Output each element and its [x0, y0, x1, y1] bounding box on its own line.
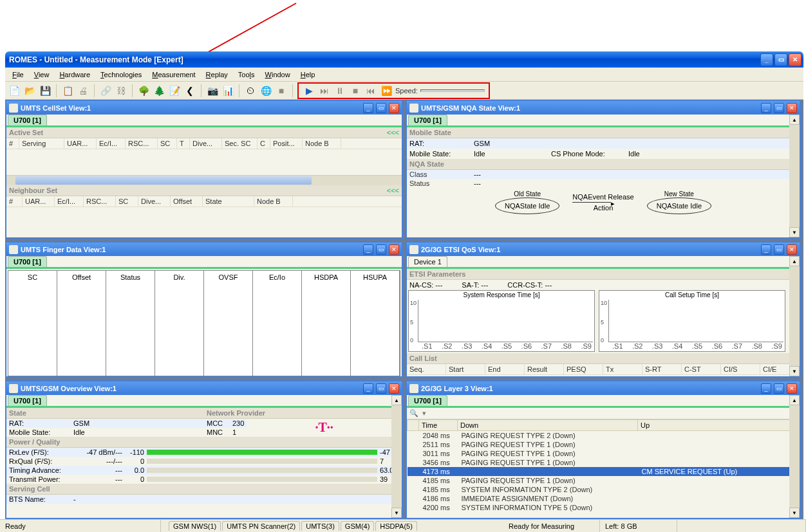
column-header[interactable]: Ec/Io	[253, 271, 302, 376]
tab-u700[interactable]: U700 [1]	[408, 115, 447, 125]
menu-tools[interactable]: Tools	[234, 69, 259, 80]
column-header[interactable]: HSUPA	[351, 271, 400, 376]
column-header[interactable]: SC	[158, 138, 177, 149]
ff-icon[interactable]: ⏩	[380, 84, 393, 97]
close-button[interactable]: ✕	[389, 244, 399, 255]
column-header[interactable]: OVSF	[204, 271, 253, 376]
scroll-down-icon[interactable]: ▼	[391, 508, 402, 518]
table-row[interactable]: 2048 msPAGING REQUEST TYPE 2 (Down)	[408, 431, 800, 441]
chart-icon[interactable]: 📊	[221, 84, 234, 97]
status-tab[interactable]: UMTS(3)	[301, 521, 339, 531]
column-header[interactable]: C	[258, 138, 270, 149]
scroll-down-icon[interactable]: ▼	[789, 508, 800, 518]
maximize-button[interactable]: ▭	[774, 383, 784, 394]
maximize-button[interactable]: ▭	[774, 103, 784, 113]
step-icon[interactable]: ⏭	[318, 84, 331, 97]
menu-measurement[interactable]: Measurement	[147, 69, 200, 80]
collapse-button[interactable]: <<<	[387, 187, 399, 194]
status-tab[interactable]: GSM(4)	[341, 521, 375, 531]
maximize-button[interactable]: ▭	[774, 244, 784, 255]
globe-icon[interactable]: 🌐	[259, 84, 272, 97]
column-header[interactable]: Div.	[155, 271, 204, 376]
scroll-up-icon[interactable]: ▲	[789, 256, 800, 266]
column-header[interactable]: Seq.	[407, 364, 446, 374]
close-button[interactable]: ✕	[389, 103, 399, 113]
share-icon[interactable]: ❮	[183, 84, 196, 97]
speed-slider[interactable]	[420, 89, 485, 92]
save-icon[interactable]: 💾	[39, 84, 52, 97]
status-tab[interactable]: UMTS PN Scanner(2)	[222, 521, 300, 531]
edit-icon[interactable]: 📝	[168, 84, 181, 97]
menu-view[interactable]: View	[30, 69, 54, 80]
v-scrollbar[interactable]: ▲ ▼	[789, 395, 800, 518]
pause-icon[interactable]: ⏸	[333, 84, 346, 97]
column-header[interactable]: End	[485, 364, 525, 374]
tab-u700[interactable]: U700 [1]	[8, 115, 47, 125]
stop2-icon[interactable]: ■	[349, 84, 362, 97]
column-header[interactable]: Node B	[254, 196, 293, 206]
minimize-button[interactable]: _	[761, 383, 771, 394]
column-header[interactable]: C-ST	[682, 364, 721, 374]
column-header[interactable]: #	[6, 138, 19, 149]
col-time[interactable]: Time	[419, 420, 458, 431]
menu-window[interactable]: Window	[261, 69, 295, 80]
close-button[interactable]: ✕	[389, 383, 399, 394]
minimize-button[interactable]: _	[761, 103, 771, 113]
column-header[interactable]: T	[177, 138, 190, 149]
column-header[interactable]: State	[203, 196, 254, 206]
table-row[interactable]: 4185 msSYSTEM INFORMATION TYPE 2 (Down)	[408, 485, 800, 494]
column-header[interactable]: Ec/I...	[55, 196, 84, 206]
column-header[interactable]: RSC...	[84, 196, 116, 206]
column-header[interactable]: Offset	[57, 271, 106, 376]
minimize-button[interactable]: _	[363, 103, 373, 113]
column-header[interactable]: RSC...	[126, 138, 158, 149]
column-header[interactable]: S-RT	[642, 364, 682, 374]
prev-icon[interactable]: ⏮	[364, 84, 377, 97]
column-header[interactable]: SC	[116, 196, 138, 206]
minimize-button[interactable]: _	[761, 244, 771, 255]
table-row[interactable]: 4173 msCM SERVICE REQUEST (Up)	[408, 467, 800, 476]
table-row[interactable]: 2511 msPAGING REQUEST TYPE 1 (Down)	[408, 440, 800, 449]
close-button[interactable]: ✕	[789, 53, 801, 66]
play-icon[interactable]: ▶	[303, 84, 315, 97]
menu-help[interactable]: Help	[296, 69, 320, 80]
table-row[interactable]: 3456 msPAGING REQUEST TYPE 1 (Down)	[408, 458, 800, 467]
column-header[interactable]: Result	[525, 364, 564, 374]
column-header[interactable]: Status	[106, 271, 155, 376]
column-header[interactable]: Posit...	[270, 138, 303, 149]
column-header[interactable]: UAR...	[23, 196, 55, 206]
col-up[interactable]: Up	[638, 420, 800, 431]
column-header[interactable]: #	[6, 196, 23, 206]
column-header[interactable]: UAR...	[64, 138, 97, 149]
table-row[interactable]: 4200 msSYSTEM INFORMATION TYPE 5 (Down)	[408, 503, 800, 512]
print-icon[interactable]: 🖨	[77, 84, 89, 97]
status-tab[interactable]: HSDPA(5)	[375, 521, 417, 531]
column-header[interactable]: Sec. SC	[222, 138, 258, 149]
v-scrollbar[interactable]: ▲ ▼	[789, 115, 800, 237]
column-header[interactable]: HSDPA	[302, 271, 351, 376]
col-down[interactable]: Down	[458, 420, 638, 431]
scroll-up-icon[interactable]: ▲	[391, 395, 402, 405]
column-header[interactable]: CI/S	[721, 364, 760, 374]
tree2-icon[interactable]: 🌲	[153, 84, 165, 97]
menu-file[interactable]: File	[8, 69, 28, 80]
scroll-up-icon[interactable]: ▲	[789, 115, 800, 125]
menu-technologies[interactable]: Technologies	[96, 69, 146, 80]
collapse-button[interactable]: <<<	[387, 129, 399, 136]
table-row[interactable]: 4185 msPAGING REQUEST TYPE 1 (Down)	[408, 476, 800, 485]
scroll-up-icon[interactable]: ▲	[789, 395, 800, 405]
close-button[interactable]: ✕	[787, 383, 797, 394]
status-tab[interactable]: GSM NWS(1)	[169, 521, 221, 531]
column-header[interactable]: Dive...	[138, 196, 171, 206]
scroll-down-icon[interactable]: ▼	[789, 366, 800, 376]
table-row[interactable]: 3011 msPAGING REQUEST TYPE 1 (Down)	[408, 449, 800, 458]
menu-replay[interactable]: Replay	[202, 69, 232, 80]
unlink-icon[interactable]: ⛓	[115, 84, 127, 97]
close-button[interactable]: ✕	[787, 103, 797, 113]
maximize-button[interactable]: ▭	[376, 244, 386, 255]
minimize-button[interactable]: _	[363, 244, 373, 255]
tab-u700[interactable]: U700 [1]	[8, 256, 47, 267]
tab-u700[interactable]: U700 [1]	[8, 395, 47, 406]
copy-icon[interactable]: 📋	[61, 84, 74, 97]
tree1-icon[interactable]: 🌳	[137, 84, 150, 97]
